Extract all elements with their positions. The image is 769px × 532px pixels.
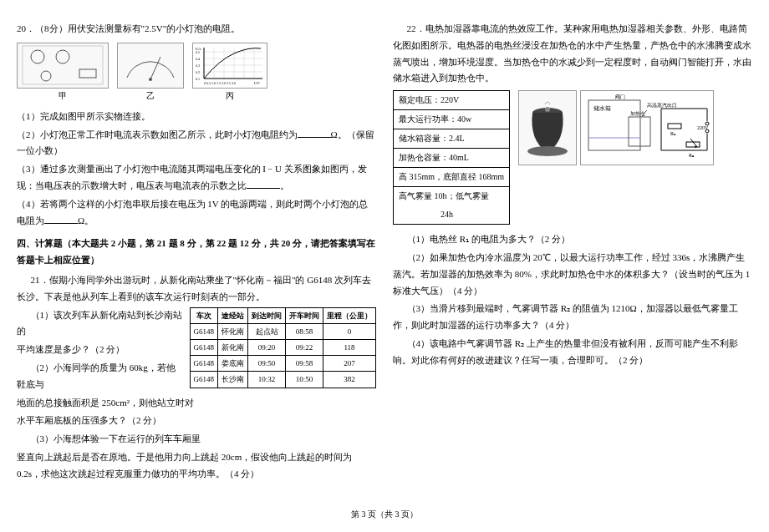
- q20-s2-text: （2）小灯泡正常工作时电流表示数如图乙所示，此时小灯泡电阻约为: [17, 129, 298, 139]
- table-header-row: 车次 途经站 到达时间 开车时间 里程（公里）: [190, 307, 376, 323]
- train-timetable: 车次 途经站 到达时间 开车时间 里程（公里） G6148怀化南起点站08:58…: [190, 307, 377, 388]
- th-train: 车次: [190, 307, 218, 323]
- q22-figure-row: 额定电压：220V 最大运行功率：40w 储水箱容量：2.4L 加热仓容量：40…: [393, 90, 752, 225]
- q20-s3-text: （3）通过多次测量画出了小灯泡中电流随其两端电压变化的 I﹣U 关系图象如图丙，…: [17, 164, 367, 190]
- right-column: 22．电热加湿器靠电流的热效应工作。某种家用电热加湿器相关参数、外形、电路简化图…: [393, 21, 752, 484]
- svg-text:0.2: 0.2: [196, 70, 200, 74]
- svg-text:0.1: 0.1: [196, 77, 200, 81]
- table-row: 加热仓容量：40mL: [394, 149, 510, 168]
- q21-s3a: （3）小海想体验一下在运行的列车车厢里: [17, 431, 376, 448]
- spec-tank: 储水箱容量：2.4L: [394, 129, 510, 149]
- svg-text:220V: 220V: [697, 125, 709, 130]
- table-row: G6148怀化南起点站08:580: [190, 323, 376, 339]
- q21-s2c: 水平车厢底板的压强多大？（2 分）: [17, 413, 376, 429]
- blank-field[interactable]: [247, 180, 280, 189]
- table-row: G6148娄底南09:5009:58207: [190, 356, 376, 372]
- svg-line-5: [150, 57, 160, 79]
- section4-title: 四、计算题（本大题共 2 小题，第 21 题 8 分，第 22 题 12 分，共…: [17, 236, 376, 269]
- fig-label-jia: 甲: [17, 89, 109, 104]
- table-row: 高 315mm，底部直径 168mm: [394, 168, 510, 187]
- fig-label-bing: 丙: [192, 89, 267, 104]
- svg-point-1: [31, 50, 44, 63]
- humidifier-image: [518, 90, 577, 165]
- spec-power: 最大运行功率：40w: [394, 110, 510, 129]
- q20-s4-tail: Ω。: [78, 215, 94, 225]
- q21-s2b: 地面的总接触面积是 250cm²，则他站立时对: [17, 395, 376, 412]
- svg-point-6: [149, 78, 152, 81]
- q21-intro: 21．假期小海同学外出游玩时，从新化南站乘坐了"怀化南－福田"的 G6148 次…: [17, 272, 376, 306]
- svg-point-30: [545, 107, 550, 112]
- svg-text:U/V: U/V: [254, 81, 260, 85]
- figure-jia: 甲: [17, 43, 109, 104]
- svg-rect-0: [23, 46, 103, 84]
- svg-text:阀门: 阀门: [615, 94, 625, 99]
- q21-s3b: 竖直向上跳起后是否在原地。于是他用力向上跳起 20cm，假设他向上跳起的时间为 …: [17, 449, 376, 483]
- table-row: 额定电压：220V: [394, 91, 510, 110]
- svg-rect-48: [686, 142, 700, 147]
- left-column: 20．（8分）用伏安法测量标有"2.5V"的小灯泡的电阻。 甲 乙: [17, 21, 376, 484]
- spec-mist2: 24h: [394, 205, 510, 225]
- table-row: 储水箱容量：2.4L: [394, 129, 510, 149]
- q22-s2: （2）如果加热仓内冷水温度为 20℃，以最大运行功率工作，经过 336s，水沸腾…: [393, 250, 752, 299]
- table-row: G6148新化南09:2009:22118: [190, 339, 376, 355]
- q22-s4: （4）该电路中气雾调节器 R₂ 上产生的热量非但没有被利用，反而可能产生不利影响…: [393, 336, 752, 369]
- q20-title: 20．（8分）用伏安法测量标有"2.5V"的小灯泡的电阻。: [17, 21, 376, 38]
- svg-rect-46: [668, 124, 681, 129]
- table-row: G6148长沙南10:3210:50382: [190, 372, 376, 388]
- q20-s3-tail: 。: [280, 180, 289, 190]
- q20-s4: （4）若将两个这样的小灯泡串联后接在电压为 1V 的电源两端，则此时两个小灯泡的…: [17, 196, 376, 230]
- svg-text:0 0.5 1.0 1.5 2.0 2.5 3.0: 0 0.5 1.0 1.5 2.0 2.5 3.0: [204, 81, 236, 85]
- blank-field[interactable]: [44, 215, 78, 224]
- figure-bing: I/A 0.50.40.30.20.1 0 0.5 1.0 1.5 2.0 2.…: [192, 43, 267, 104]
- svg-point-4: [41, 71, 51, 81]
- figure-yi: 乙: [117, 43, 184, 104]
- spec-size: 高 315mm，底部直径 168mm: [394, 168, 510, 187]
- q20-figures: 甲 乙 I/A 0: [17, 43, 376, 104]
- spec-mist1: 高气雾量 10h；低气雾量: [394, 187, 510, 206]
- svg-text:储水箱: 储水箱: [593, 105, 611, 112]
- svg-text:R₂: R₂: [689, 153, 695, 158]
- q20-s1: （1）完成如图甲所示实物连接。: [17, 109, 376, 125]
- svg-text:0.4: 0.4: [196, 57, 200, 61]
- svg-rect-3: [79, 69, 96, 78]
- q20-s2: （2）小灯泡正常工作时电流表示数如图乙所示，此时小灯泡电阻约为Ω。（保留一位小数…: [17, 127, 376, 160]
- page-footer: 第 3 页（共 3 页）: [0, 507, 769, 522]
- svg-rect-35: [629, 117, 650, 146]
- svg-text:高温蒸汽出口: 高温蒸汽出口: [647, 102, 677, 108]
- th-station: 途经站: [218, 307, 248, 323]
- th-arrive: 到达时间: [248, 307, 286, 323]
- table-row: 高气雾量 10h；低气雾量: [394, 187, 510, 206]
- svg-line-49: [690, 139, 697, 147]
- table-row: 24h: [394, 205, 510, 225]
- spec-voltage: 额定电压：220V: [394, 91, 510, 110]
- svg-text:0.5: 0.5: [196, 50, 200, 54]
- blank-field[interactable]: [298, 129, 331, 138]
- fig-label-yi: 乙: [117, 89, 184, 104]
- q20-s3: （3）通过多次测量画出了小灯泡中电流随其两端电压变化的 I﹣U 关系图象如图丙，…: [17, 161, 376, 195]
- th-dist: 里程（公里）: [323, 307, 376, 323]
- svg-point-29: [527, 146, 568, 156]
- q22-s3: （3）当滑片移到最端时，气雾调节器 R₂ 的阻值为 1210Ω，加湿器以最低气雾…: [393, 301, 752, 334]
- q22-s1: （1）电热丝 R₁ 的电阻为多大？（2 分）: [393, 231, 752, 248]
- q22-intro: 22．电热加湿器靠电流的热效应工作。某种家用电热加湿器相关参数、外形、电路简化图…: [393, 21, 752, 87]
- circuit-diagram: 储水箱 阀门 加热仓 高温蒸汽出口 220V R₁: [580, 90, 714, 165]
- svg-point-2: [56, 50, 69, 63]
- svg-text:0.3: 0.3: [196, 63, 200, 68]
- spec-chamber: 加热仓容量：40mL: [394, 149, 510, 168]
- spec-table: 额定电压：220V 最大运行功率：40w 储水箱容量：2.4L 加热仓容量：40…: [393, 90, 510, 225]
- th-depart: 开车时间: [286, 307, 323, 323]
- svg-text:R₁: R₁: [670, 131, 676, 136]
- table-row: 最大运行功率：40w: [394, 110, 510, 129]
